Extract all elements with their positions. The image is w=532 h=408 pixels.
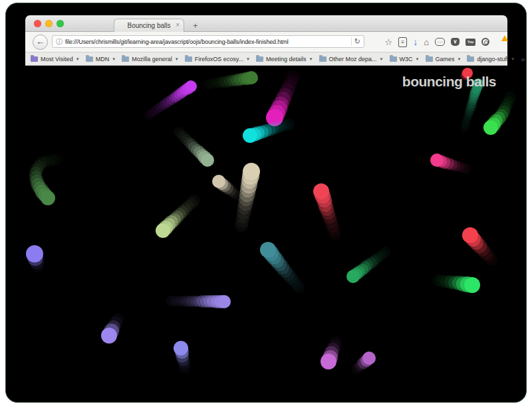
bookmark-most-visited[interactable]: Most Visited▼ (31, 56, 80, 62)
bookmark-label: django-stuff (477, 56, 508, 62)
bookmark-django-stuff[interactable]: django-stuff▼ (467, 56, 515, 62)
download-icon[interactable]: ↓ (413, 37, 418, 47)
back-button[interactable]: ← (33, 35, 48, 50)
bookmark-label: Meeting details (266, 56, 307, 62)
info-icon[interactable]: ⓘ (56, 37, 63, 47)
feedback-icon[interactable]: ⋯ (435, 38, 445, 46)
folder-icon (390, 56, 397, 62)
ball (260, 242, 276, 258)
ball (321, 354, 336, 369)
folder-icon (426, 56, 433, 62)
ball (101, 328, 117, 344)
tab-close-icon[interactable]: × (176, 21, 180, 29)
ball (483, 120, 498, 135)
folder-icon (256, 56, 263, 62)
bookmark-firefoxos-ecosy[interactable]: FirefoxOS ecosy...▼ (185, 56, 250, 62)
chevron-down-icon: ▼ (246, 57, 250, 61)
ball (174, 341, 188, 356)
bookmark-label: FirefoxOS ecosy... (195, 56, 243, 62)
bookmark-label: Other Moz depa... (329, 56, 377, 62)
page-title: bouncing balls (402, 74, 496, 90)
new-tab-button[interactable]: + (193, 21, 198, 31)
reading-list-icon[interactable]: ≡ (398, 37, 407, 47)
folder-icon (122, 56, 129, 62)
folder-icon (185, 56, 192, 62)
bookmark-label: Games (436, 56, 455, 62)
tab-title: Bouncing balls (127, 22, 170, 29)
urlbar-divider (351, 37, 352, 46)
bookmark-label: Most Visited (41, 56, 73, 62)
menu-icon[interactable] (495, 39, 505, 46)
bookmarks-overflow-chevron[interactable]: » (521, 55, 525, 63)
url-bar[interactable]: ⓘ file:///Users/chrismills/git/learning-… (52, 35, 364, 48)
youtube-icon[interactable]: You (466, 39, 475, 46)
minimize-window-button[interactable] (45, 20, 53, 27)
bookmark-label: W3C (400, 56, 413, 62)
chevron-down-icon: ▼ (175, 57, 179, 61)
folder-icon (319, 56, 327, 62)
ball (462, 227, 478, 243)
ball (243, 163, 260, 180)
home-icon[interactable]: ⌂ (424, 38, 429, 47)
chevron-down-icon: ▼ (511, 57, 515, 61)
bookmark-other-moz-depa[interactable]: Other Moz depa...▼ (319, 56, 384, 62)
ball (430, 153, 444, 167)
bookmark-games[interactable]: Games▼ (426, 56, 462, 62)
folder-icon (31, 56, 38, 62)
chevron-down-icon: ▼ (458, 57, 462, 61)
folder-icon (86, 56, 93, 62)
bookmark-meeting-details[interactable]: Meeting details▼ (256, 56, 313, 62)
bookmark-label: MDN (96, 56, 110, 62)
ball (201, 153, 214, 167)
bookmarks-bar: Most Visited▼MDN▼Mozilla general▼Firefox… (25, 52, 507, 66)
chevron-down-icon: ▼ (309, 57, 313, 61)
ball (185, 80, 197, 92)
toolbar-icons: ☆≡↓⌂⋯∨You (384, 32, 505, 52)
ball (26, 245, 43, 262)
reload-icon[interactable]: ↻ (354, 37, 360, 46)
demo-page-frame: bouncing balls Bouncing balls × + ← ⓘ fi… (5, 3, 527, 403)
bookmark-w3c[interactable]: W3C▼ (390, 56, 420, 62)
ball (245, 71, 258, 84)
ball (313, 183, 329, 199)
ball (243, 128, 257, 143)
ball (362, 352, 376, 365)
close-window-button[interactable] (34, 20, 41, 27)
fingerprint-icon[interactable] (481, 38, 489, 46)
folder-icon (467, 56, 474, 62)
tab-bouncing-balls[interactable]: Bouncing balls × (114, 19, 184, 32)
chevron-down-icon: ▼ (76, 57, 80, 61)
bookmark-star-icon[interactable]: ☆ (384, 38, 392, 47)
url-text: file:///Users/chrismills/git/learning-ar… (65, 39, 348, 45)
zoom-window-button[interactable] (57, 20, 64, 27)
bookmark-label: Mozilla general (132, 56, 172, 62)
chevron-down-icon: ▼ (112, 57, 116, 61)
titlebar: Bouncing balls × + (25, 15, 507, 32)
ball (346, 270, 360, 283)
ball (212, 175, 225, 188)
browser-window: Bouncing balls × + ← ⓘ file:///Users/chr… (25, 15, 507, 65)
chevron-down-icon: ▼ (380, 57, 384, 61)
ball (156, 223, 170, 238)
bookmark-mdn[interactable]: MDN▼ (86, 56, 116, 62)
bookmark-mozilla-general[interactable]: Mozilla general▼ (122, 56, 178, 62)
ball (217, 295, 231, 308)
pocket-icon[interactable]: ∨ (451, 38, 460, 46)
warning-badge (501, 35, 508, 41)
navigation-toolbar: ← ⓘ file:///Users/chrismills/git/learnin… (25, 32, 507, 52)
ball (41, 191, 55, 205)
chevron-down-icon: ▼ (416, 57, 420, 61)
ball (464, 277, 480, 293)
